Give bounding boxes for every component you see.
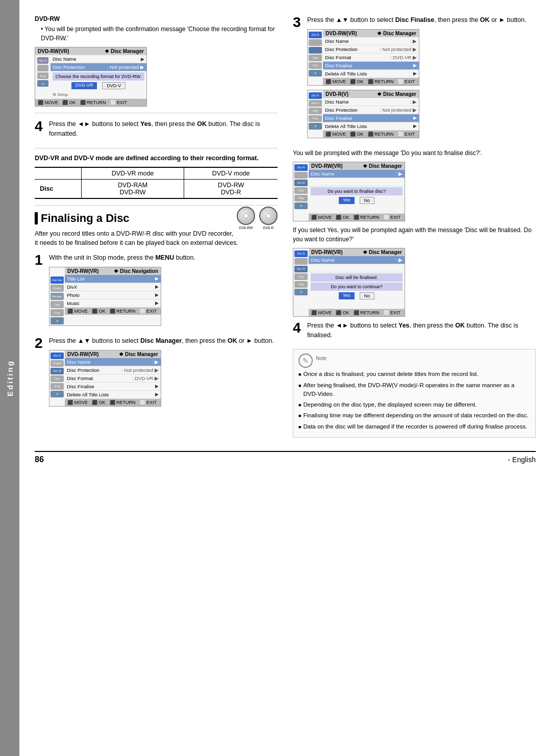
disc-icons-container: DVD-RW DVD-R bbox=[237, 207, 278, 230]
step4-right-text: Press the ◄► buttons to select Yes, then… bbox=[307, 321, 536, 340]
disc-wrap-rw: DVD-RW bbox=[237, 207, 255, 230]
footer-move: ⬛ MOVE bbox=[38, 100, 58, 105]
screen-row-discprotection: Disc Protection : Not protected ▶ bbox=[51, 63, 146, 71]
row-value: : Not protected ▶ bbox=[380, 107, 417, 113]
note-item-4: Finalising time may be different dependi… bbox=[298, 411, 530, 420]
row-label: Delete All Title Lists bbox=[67, 392, 155, 397]
screen1-row1: Title List ▶ bbox=[65, 275, 161, 283]
step1-text: With the unit in Stop mode, press the ME… bbox=[49, 253, 278, 263]
row-label: Music bbox=[67, 300, 155, 306]
divider1 bbox=[35, 113, 278, 113]
mode-table-container: DVD-VR mode DVD-V mode Disc DVD-RAMDVD-R… bbox=[35, 167, 278, 199]
row-value: : DVD-VR ▶ bbox=[390, 55, 417, 60]
section-intro: After you record titles onto a DVD-RW/-R… bbox=[35, 229, 278, 248]
footer-ok: ⬛ OK bbox=[350, 79, 364, 84]
screen-cq-msg2: Do you want to continue? bbox=[311, 283, 403, 291]
step4-left-content: Press the ◄► buttons to select Yes, then… bbox=[49, 119, 278, 142]
icon-playlist-s1: Playlist bbox=[51, 285, 64, 292]
screen2-header-left: DVD-RW(VR) bbox=[67, 351, 98, 357]
icon-manager: Prog bbox=[37, 72, 48, 79]
screen-header-left: DVD-RW(VR) bbox=[38, 48, 69, 54]
row-value: : DVD-VR ▶ bbox=[132, 375, 159, 381]
screen-step3a: Disc N Copy Prog ⚙ DVD-RW(VR) ❖ Dis bbox=[307, 29, 419, 86]
step4-right-content: Press the ◄► buttons to select Yes, then… bbox=[307, 321, 536, 343]
disc-wrap-r: DVD-R bbox=[259, 207, 278, 230]
screen-cq-right: ❖ Disc Manager bbox=[363, 249, 402, 255]
side-tab: Editing bbox=[0, 0, 19, 756]
step4-right-number: 4 bbox=[293, 321, 303, 335]
screen3a-footer: ⬛ MOVE ⬛ OK ⬛ RETURN ⬜ EXIT bbox=[323, 78, 419, 85]
td-disc-label: Disc bbox=[35, 179, 81, 198]
mode-table: DVD-VR mode DVD-V mode Disc DVD-RAMDVD-R… bbox=[35, 168, 278, 198]
step2-text: Press the ▲▼ buttons to select Disc Mana… bbox=[49, 336, 278, 346]
note-box: ✎ Note Once a disc is finalised, you can… bbox=[293, 349, 536, 438]
row-label: Disc Name bbox=[325, 38, 410, 44]
dvd-vr-btn[interactable]: DVD-VR bbox=[71, 82, 97, 89]
row-value: : ▶ bbox=[396, 257, 403, 263]
note-item-3: Depending on the disc type, the displaye… bbox=[298, 400, 530, 409]
screen2-header-right: ❖ Disc Manager bbox=[119, 351, 158, 357]
td-dvdvr-vals: DVD-RAMDVD-RW bbox=[81, 179, 184, 198]
arrow-icon: ▶ bbox=[155, 384, 159, 389]
screen-step2: Disc N Playlist Disc M Copy Prog ⚙ DVD-R… bbox=[49, 350, 161, 407]
arrow-icon: ▶ bbox=[155, 392, 159, 397]
dvd-v-btn[interactable]: DVD-V bbox=[102, 82, 126, 89]
step3-block: 3 Press the ▲▼ button to select Disc Fin… bbox=[293, 15, 536, 142]
row-value: : Not protected ▶ bbox=[380, 46, 417, 52]
note-label: Note bbox=[316, 355, 327, 363]
footer-return: ⬛ RETURN bbox=[80, 100, 106, 105]
icon-copy-cq: Copy bbox=[294, 273, 308, 280]
screen3b-row-discprot: Disc Protection : Not protected ▶ bbox=[323, 106, 419, 114]
fq-yes-btn[interactable]: Yes bbox=[339, 197, 355, 204]
screen-row-setup: ⚙ Setup bbox=[51, 91, 146, 99]
step1-number: 1 bbox=[35, 253, 45, 267]
screen3b-side-icons: Disc N /disc m Copy Prog ⚙ bbox=[308, 90, 323, 138]
screen-cq-footer: ⬛ MOVE ⬛ OK ⬛ RETURN ⬜ EXIT bbox=[309, 309, 405, 316]
format-buttons: DVD-VR DVD-V bbox=[51, 82, 146, 89]
icon-disc-nav: Disc N bbox=[37, 57, 48, 64]
footer-exit: ⬜ EXIT bbox=[140, 400, 157, 405]
step4-left-text: Press the ◄► buttons to select Yes, then… bbox=[49, 119, 278, 139]
screen1-header-right: ❖ Disc Navigation bbox=[114, 268, 158, 274]
icon-manager-s1: Manager bbox=[51, 293, 64, 300]
step1-block: 1 With the unit in Stop mode, press the … bbox=[35, 253, 278, 330]
icon-prog-s2: Prog bbox=[51, 383, 64, 390]
footer-move: ⬛ MOVE bbox=[67, 309, 88, 314]
screen2-side-icons: Disc N Playlist Disc M Copy Prog ⚙ bbox=[49, 350, 65, 406]
row-label: Disc Protection bbox=[325, 46, 380, 52]
icon-copy-s3b: Copy bbox=[309, 108, 322, 114]
row-label: Disc Format bbox=[67, 375, 132, 381]
footer-ok: ⬛ OK bbox=[336, 215, 349, 220]
screen3b-header-left: DVD-R(V) bbox=[325, 91, 348, 97]
arrow-icon: ▶ bbox=[413, 71, 417, 76]
screen-cq-row-discname: Disc Name : ▶ bbox=[309, 256, 405, 264]
icon-copy-s2: Copy bbox=[51, 375, 64, 382]
screen-header-right: ❖ Disc Manager bbox=[105, 48, 144, 54]
disc-icon-rw bbox=[237, 207, 255, 225]
cq-yes-btn[interactable]: Yes bbox=[339, 292, 355, 299]
screen1-row3: Photo ▶ bbox=[65, 291, 161, 299]
footer-ok: ⬛ OK bbox=[92, 309, 106, 314]
icon-setup-cq: ⚙ bbox=[294, 289, 308, 295]
if-yes-text: If you select Yes, you will be prompted … bbox=[293, 225, 536, 244]
cq-no-btn[interactable]: No bbox=[360, 292, 375, 299]
mode-note: DVD-VR and DVD-V mode are defined accord… bbox=[35, 155, 278, 162]
row-label: Disc Finalise bbox=[325, 63, 413, 68]
row-label: Disc Protection bbox=[67, 367, 121, 373]
row-value: : ▶ bbox=[396, 171, 403, 177]
row-label: Disc Protection bbox=[53, 64, 107, 70]
screen-cq-main: DVD-RW(VR) ❖ Disc Manager Disc Name : ▶ … bbox=[309, 248, 405, 316]
fq-no-btn[interactable]: No bbox=[360, 197, 375, 204]
screen-fq-left: DVD-RW(VR) bbox=[311, 163, 342, 169]
screen1-main: DVD-RW(VR) ❖ Disc Navigation Title List … bbox=[65, 267, 161, 325]
step1-content: With the unit in Stop mode, press the ME… bbox=[49, 253, 278, 330]
step4-right-block: 4 Press the ◄► buttons to select Yes, th… bbox=[293, 321, 536, 343]
footer-ok: ⬛ OK bbox=[62, 100, 76, 105]
row-value: : ▶ bbox=[410, 99, 417, 105]
row-label: Disc Name bbox=[325, 99, 410, 105]
icon-setup: ⚙ bbox=[37, 80, 48, 87]
arrow-icon: ▶ bbox=[413, 123, 417, 129]
finalising-section: DVD-RW DVD-R Finalising a Disc After you… bbox=[35, 212, 278, 248]
screen3a-row-discname: Disc Name : ▶ bbox=[323, 37, 419, 45]
screen-fq-row-discname: Disc Name : ▶ bbox=[309, 170, 405, 178]
